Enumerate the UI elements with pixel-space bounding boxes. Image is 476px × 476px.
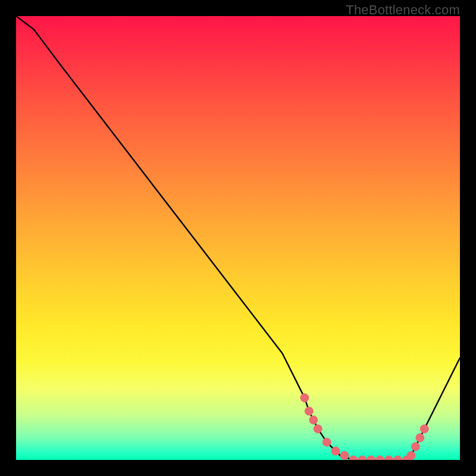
- watermark-text: TheBottleneck.com: [346, 2, 460, 18]
- marker-point: [300, 394, 309, 402]
- plot-area: [16, 16, 460, 460]
- marker-point: [305, 407, 313, 415]
- marker-point: [340, 452, 349, 460]
- chart-frame: TheBottleneck.com: [0, 0, 476, 476]
- marker-point: [322, 438, 331, 446]
- bottleneck-curve: [16, 16, 460, 460]
- marker-point: [411, 443, 419, 451]
- marker-point: [331, 447, 340, 455]
- marker-point: [407, 452, 415, 460]
- marker-point: [349, 456, 358, 460]
- marker-point: [376, 456, 384, 460]
- marker-point: [309, 416, 318, 424]
- marker-point: [394, 456, 402, 460]
- plot-svg: [16, 16, 460, 460]
- marker-point: [385, 456, 393, 460]
- marker-point: [367, 456, 375, 460]
- marker-point: [358, 456, 367, 460]
- marker-point: [314, 425, 322, 433]
- highlighted-points: [300, 394, 428, 460]
- marker-point: [420, 425, 428, 433]
- marker-point: [416, 434, 424, 442]
